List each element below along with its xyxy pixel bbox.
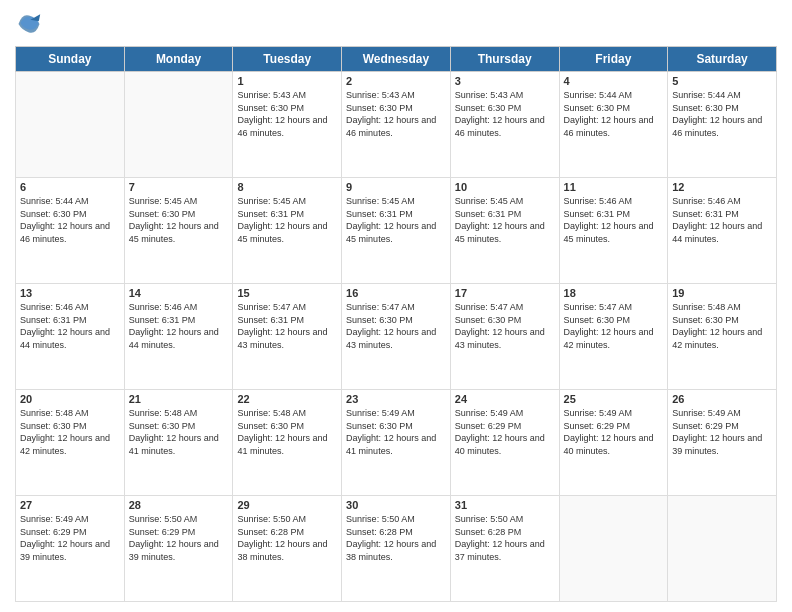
calendar-day-cell: 19Sunrise: 5:48 AM Sunset: 6:30 PM Dayli…	[668, 284, 777, 390]
day-info: Sunrise: 5:43 AM Sunset: 6:30 PM Dayligh…	[455, 89, 555, 139]
day-number: 23	[346, 393, 446, 405]
day-info: Sunrise: 5:49 AM Sunset: 6:29 PM Dayligh…	[672, 407, 772, 457]
day-number: 13	[20, 287, 120, 299]
day-number: 31	[455, 499, 555, 511]
day-number: 20	[20, 393, 120, 405]
calendar-day-cell: 23Sunrise: 5:49 AM Sunset: 6:30 PM Dayli…	[342, 390, 451, 496]
day-number: 29	[237, 499, 337, 511]
day-info: Sunrise: 5:45 AM Sunset: 6:31 PM Dayligh…	[346, 195, 446, 245]
day-info: Sunrise: 5:44 AM Sunset: 6:30 PM Dayligh…	[564, 89, 664, 139]
calendar-week-row: 6Sunrise: 5:44 AM Sunset: 6:30 PM Daylig…	[16, 178, 777, 284]
day-number: 21	[129, 393, 229, 405]
calendar-day-cell: 9Sunrise: 5:45 AM Sunset: 6:31 PM Daylig…	[342, 178, 451, 284]
calendar-week-row: 1Sunrise: 5:43 AM Sunset: 6:30 PM Daylig…	[16, 72, 777, 178]
day-info: Sunrise: 5:47 AM Sunset: 6:30 PM Dayligh…	[346, 301, 446, 351]
day-info: Sunrise: 5:45 AM Sunset: 6:30 PM Dayligh…	[129, 195, 229, 245]
day-info: Sunrise: 5:48 AM Sunset: 6:30 PM Dayligh…	[129, 407, 229, 457]
day-number: 9	[346, 181, 446, 193]
weekday-header-wednesday: Wednesday	[342, 47, 451, 72]
calendar-day-cell: 25Sunrise: 5:49 AM Sunset: 6:29 PM Dayli…	[559, 390, 668, 496]
day-number: 7	[129, 181, 229, 193]
calendar-day-cell	[16, 72, 125, 178]
header	[15, 10, 777, 38]
calendar-day-cell: 12Sunrise: 5:46 AM Sunset: 6:31 PM Dayli…	[668, 178, 777, 284]
day-number: 28	[129, 499, 229, 511]
day-number: 16	[346, 287, 446, 299]
day-number: 12	[672, 181, 772, 193]
day-info: Sunrise: 5:44 AM Sunset: 6:30 PM Dayligh…	[20, 195, 120, 245]
day-info: Sunrise: 5:45 AM Sunset: 6:31 PM Dayligh…	[455, 195, 555, 245]
day-number: 27	[20, 499, 120, 511]
day-number: 3	[455, 75, 555, 87]
calendar-day-cell: 1Sunrise: 5:43 AM Sunset: 6:30 PM Daylig…	[233, 72, 342, 178]
calendar-day-cell: 5Sunrise: 5:44 AM Sunset: 6:30 PM Daylig…	[668, 72, 777, 178]
day-info: Sunrise: 5:50 AM Sunset: 6:28 PM Dayligh…	[346, 513, 446, 563]
calendar-day-cell: 26Sunrise: 5:49 AM Sunset: 6:29 PM Dayli…	[668, 390, 777, 496]
day-info: Sunrise: 5:48 AM Sunset: 6:30 PM Dayligh…	[20, 407, 120, 457]
weekday-header-thursday: Thursday	[450, 47, 559, 72]
calendar-day-cell: 29Sunrise: 5:50 AM Sunset: 6:28 PM Dayli…	[233, 496, 342, 602]
day-info: Sunrise: 5:47 AM Sunset: 6:31 PM Dayligh…	[237, 301, 337, 351]
day-number: 26	[672, 393, 772, 405]
calendar-day-cell: 17Sunrise: 5:47 AM Sunset: 6:30 PM Dayli…	[450, 284, 559, 390]
calendar-day-cell: 8Sunrise: 5:45 AM Sunset: 6:31 PM Daylig…	[233, 178, 342, 284]
day-info: Sunrise: 5:44 AM Sunset: 6:30 PM Dayligh…	[672, 89, 772, 139]
day-number: 24	[455, 393, 555, 405]
day-info: Sunrise: 5:49 AM Sunset: 6:29 PM Dayligh…	[455, 407, 555, 457]
calendar-day-cell: 6Sunrise: 5:44 AM Sunset: 6:30 PM Daylig…	[16, 178, 125, 284]
day-number: 11	[564, 181, 664, 193]
logo	[15, 10, 47, 38]
day-info: Sunrise: 5:49 AM Sunset: 6:29 PM Dayligh…	[20, 513, 120, 563]
calendar-table: SundayMondayTuesdayWednesdayThursdayFrid…	[15, 46, 777, 602]
calendar-day-cell	[559, 496, 668, 602]
calendar-day-cell: 21Sunrise: 5:48 AM Sunset: 6:30 PM Dayli…	[124, 390, 233, 496]
calendar-week-row: 27Sunrise: 5:49 AM Sunset: 6:29 PM Dayli…	[16, 496, 777, 602]
day-number: 14	[129, 287, 229, 299]
day-number: 8	[237, 181, 337, 193]
weekday-header-saturday: Saturday	[668, 47, 777, 72]
calendar-day-cell: 3Sunrise: 5:43 AM Sunset: 6:30 PM Daylig…	[450, 72, 559, 178]
calendar-day-cell: 13Sunrise: 5:46 AM Sunset: 6:31 PM Dayli…	[16, 284, 125, 390]
weekday-header-row: SundayMondayTuesdayWednesdayThursdayFrid…	[16, 47, 777, 72]
calendar-day-cell: 4Sunrise: 5:44 AM Sunset: 6:30 PM Daylig…	[559, 72, 668, 178]
day-number: 10	[455, 181, 555, 193]
day-number: 18	[564, 287, 664, 299]
calendar-day-cell: 31Sunrise: 5:50 AM Sunset: 6:28 PM Dayli…	[450, 496, 559, 602]
calendar-day-cell: 28Sunrise: 5:50 AM Sunset: 6:29 PM Dayli…	[124, 496, 233, 602]
logo-icon	[15, 10, 43, 38]
day-info: Sunrise: 5:49 AM Sunset: 6:29 PM Dayligh…	[564, 407, 664, 457]
day-number: 25	[564, 393, 664, 405]
calendar-day-cell: 27Sunrise: 5:49 AM Sunset: 6:29 PM Dayli…	[16, 496, 125, 602]
day-info: Sunrise: 5:50 AM Sunset: 6:28 PM Dayligh…	[455, 513, 555, 563]
day-number: 1	[237, 75, 337, 87]
calendar-week-row: 13Sunrise: 5:46 AM Sunset: 6:31 PM Dayli…	[16, 284, 777, 390]
day-info: Sunrise: 5:49 AM Sunset: 6:30 PM Dayligh…	[346, 407, 446, 457]
day-info: Sunrise: 5:46 AM Sunset: 6:31 PM Dayligh…	[20, 301, 120, 351]
weekday-header-tuesday: Tuesday	[233, 47, 342, 72]
day-number: 30	[346, 499, 446, 511]
day-info: Sunrise: 5:46 AM Sunset: 6:31 PM Dayligh…	[672, 195, 772, 245]
day-info: Sunrise: 5:47 AM Sunset: 6:30 PM Dayligh…	[564, 301, 664, 351]
day-info: Sunrise: 5:45 AM Sunset: 6:31 PM Dayligh…	[237, 195, 337, 245]
calendar-day-cell: 7Sunrise: 5:45 AM Sunset: 6:30 PM Daylig…	[124, 178, 233, 284]
day-info: Sunrise: 5:43 AM Sunset: 6:30 PM Dayligh…	[346, 89, 446, 139]
calendar-day-cell: 14Sunrise: 5:46 AM Sunset: 6:31 PM Dayli…	[124, 284, 233, 390]
day-number: 6	[20, 181, 120, 193]
day-info: Sunrise: 5:50 AM Sunset: 6:29 PM Dayligh…	[129, 513, 229, 563]
day-number: 5	[672, 75, 772, 87]
day-number: 19	[672, 287, 772, 299]
weekday-header-friday: Friday	[559, 47, 668, 72]
calendar-week-row: 20Sunrise: 5:48 AM Sunset: 6:30 PM Dayli…	[16, 390, 777, 496]
day-info: Sunrise: 5:50 AM Sunset: 6:28 PM Dayligh…	[237, 513, 337, 563]
weekday-header-monday: Monday	[124, 47, 233, 72]
calendar-day-cell: 11Sunrise: 5:46 AM Sunset: 6:31 PM Dayli…	[559, 178, 668, 284]
day-info: Sunrise: 5:43 AM Sunset: 6:30 PM Dayligh…	[237, 89, 337, 139]
day-info: Sunrise: 5:48 AM Sunset: 6:30 PM Dayligh…	[672, 301, 772, 351]
calendar-day-cell	[668, 496, 777, 602]
calendar-day-cell: 18Sunrise: 5:47 AM Sunset: 6:30 PM Dayli…	[559, 284, 668, 390]
day-number: 22	[237, 393, 337, 405]
calendar-day-cell: 20Sunrise: 5:48 AM Sunset: 6:30 PM Dayli…	[16, 390, 125, 496]
day-number: 4	[564, 75, 664, 87]
calendar-day-cell: 30Sunrise: 5:50 AM Sunset: 6:28 PM Dayli…	[342, 496, 451, 602]
page: SundayMondayTuesdayWednesdayThursdayFrid…	[0, 0, 792, 612]
